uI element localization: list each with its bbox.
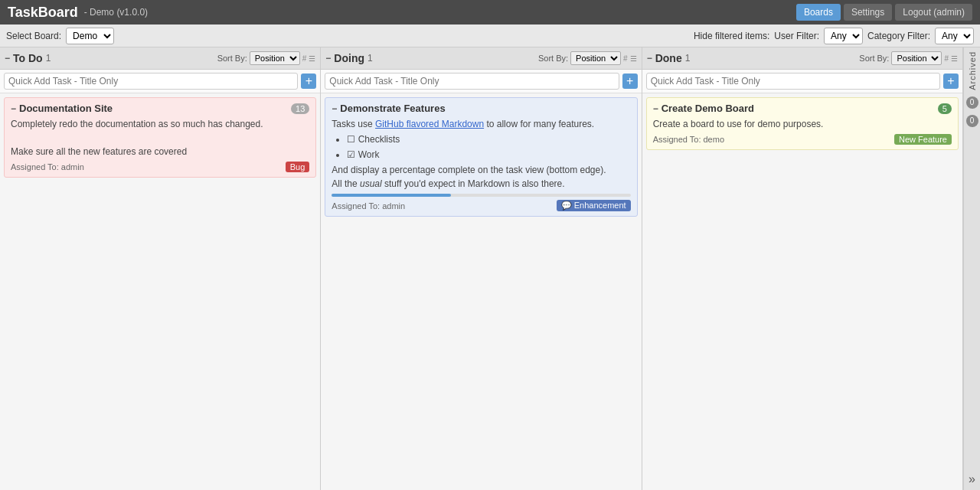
category-filter-select[interactable]: Any	[935, 28, 974, 44]
card-create-demo: − Create Demo Board 5 Create a board to …	[646, 97, 959, 150]
quick-add-todo: +	[0, 70, 320, 93]
user-filter-select[interactable]: Any	[824, 28, 863, 44]
quick-add-doing: +	[321, 70, 641, 93]
card-body-doc: Completely redo the documentation as so …	[11, 117, 309, 158]
settings-icon-todo[interactable]: ☰	[309, 54, 315, 63]
archived-label[interactable]: Archived	[968, 51, 977, 90]
settings-icon-done[interactable]: ☰	[951, 54, 958, 63]
column-title-done: − Done 1	[647, 52, 857, 64]
card-assigned-doc: Assigned To: admin	[11, 162, 84, 172]
card-tag-create: New Feature	[894, 134, 952, 145]
card-body-intro: Tasks use GitHub flavored Markdown to al…	[332, 117, 630, 131]
board-area: − To Do 1 Sort By: Position # ☰ +	[0, 47, 980, 490]
quick-add-btn-doing[interactable]: +	[622, 74, 638, 89]
expand-sidebar-icon[interactable]: »	[969, 472, 975, 486]
card-body-create: Create a board to use for demo purposes.	[653, 117, 952, 131]
card-footer-demo: Assigned To: admin 💬 Enhancement	[332, 200, 630, 211]
markdown-text: All the usual stuff you'd expect in Mark…	[332, 177, 630, 191]
select-board-label: Select Board:	[6, 31, 61, 41]
quick-add-btn-todo[interactable]: +	[301, 74, 316, 89]
hash-icon-doing[interactable]: #	[623, 54, 628, 63]
card-assigned-create: Assigned To: demo	[653, 135, 724, 144]
columns-wrapper: − To Do 1 Sort By: Position # ☰ +	[0, 47, 963, 490]
collapse-done-icon[interactable]: −	[647, 53, 652, 64]
column-doing: − Doing 1 Sort By: Position # ☰ +	[321, 47, 642, 490]
card-footer-create: Assigned To: demo New Feature	[653, 134, 952, 145]
card-title-demo: − Demonstrate Features	[332, 103, 445, 114]
work-item: ☑ Work	[347, 148, 630, 162]
github-markdown-link[interactable]: GitHub flavored Markdown	[375, 119, 484, 129]
progress-bar	[332, 194, 451, 197]
quick-add-input-done[interactable]	[646, 73, 940, 90]
card-title-doc: − Documentation Site	[11, 103, 113, 114]
column-title-todo: − To Do 1	[5, 52, 214, 64]
card-body-demo: Tasks use GitHub flavored Markdown to al…	[332, 117, 630, 191]
hash-icon-todo[interactable]: #	[302, 54, 307, 63]
card-title-row-doc: − Documentation Site 13	[11, 103, 309, 114]
quick-add-done: +	[642, 70, 962, 93]
quick-add-btn-done[interactable]: +	[943, 74, 959, 89]
column-title-doing: − Doing 1	[325, 52, 535, 64]
quick-add-input-todo[interactable]	[4, 73, 298, 90]
app-subtitle: - Demo (v1.0.0)	[84, 7, 148, 18]
quick-add-input-doing[interactable]	[325, 73, 619, 90]
archived-count-2: 0	[966, 115, 978, 127]
card-tag-doc: Bug	[286, 162, 310, 172]
display-text: And display a percentage complete on the…	[332, 163, 630, 177]
category-filter-label: Category Filter:	[867, 31, 930, 41]
checklist-item: ☐ Checklists	[347, 132, 630, 146]
column-body-doing: − Demonstrate Features Tasks use GitHub …	[321, 93, 641, 490]
sort-area-done: Sort By: Position # ☰	[859, 51, 958, 65]
collapse-card-demo-icon[interactable]: −	[332, 103, 337, 114]
header: TaskBoard - Demo (v1.0.0) Boards Setting…	[0, 0, 980, 24]
board-select[interactable]: Demo	[66, 28, 114, 44]
sort-area-doing: Sort By: Position # ☰	[538, 51, 637, 65]
sort-select-doing[interactable]: Position	[570, 51, 621, 65]
column-header-done: − Done 1 Sort By: Position # ☰	[642, 47, 962, 70]
card-title-row-create: − Create Demo Board 5	[653, 103, 952, 114]
card-doc-site: − Documentation Site 13 Completely redo …	[4, 97, 316, 178]
card-num-doc: 13	[291, 103, 309, 114]
card-body-line2: Make sure all the new features are cover…	[11, 145, 309, 158]
hide-filtered-label: Hide filtered items:	[694, 31, 769, 41]
toolbar-left: Select Board: Demo	[6, 28, 114, 44]
column-header-todo: − To Do 1 Sort By: Position # ☰	[0, 47, 320, 70]
card-num-create: 5	[938, 103, 952, 114]
archived-sidebar: Archived 0 0 »	[963, 47, 980, 490]
card-assigned-demo: Assigned To: admin	[332, 201, 405, 211]
card-demo-features: − Demonstrate Features Tasks use GitHub …	[325, 97, 637, 217]
collapse-card-create-icon[interactable]: −	[653, 103, 658, 114]
checklist: ☐ Checklists ☑ Work	[332, 132, 630, 162]
card-title-create: − Create Demo Board	[653, 103, 754, 114]
toolbar-right: Hide filtered items: User Filter: Any Ca…	[694, 28, 974, 44]
logout-button[interactable]: Logout (admin)	[895, 4, 972, 21]
boards-button[interactable]: Boards	[796, 4, 841, 21]
header-right: Boards Settings Logout (admin)	[796, 4, 972, 21]
sort-select-done[interactable]: Position	[891, 51, 942, 65]
column-done: − Done 1 Sort By: Position # ☰ +	[642, 47, 963, 490]
progress-bar-container	[332, 194, 630, 197]
collapse-card-doc-icon[interactable]: −	[11, 103, 16, 114]
user-filter-label: User Filter:	[774, 31, 819, 41]
hash-icon-done[interactable]: #	[944, 54, 949, 63]
column-todo: − To Do 1 Sort By: Position # ☰ +	[0, 47, 321, 490]
card-footer-doc: Assigned To: admin Bug	[11, 162, 309, 172]
collapse-todo-icon[interactable]: −	[5, 53, 10, 64]
settings-button[interactable]: Settings	[844, 4, 892, 21]
card-title-row-demo: − Demonstrate Features	[332, 103, 630, 114]
column-header-doing: − Doing 1 Sort By: Position # ☰	[321, 47, 641, 70]
collapse-doing-icon[interactable]: −	[325, 53, 331, 64]
settings-icon-doing[interactable]: ☰	[630, 54, 637, 63]
header-left: TaskBoard - Demo (v1.0.0)	[8, 5, 148, 21]
toolbar: Select Board: Demo Hide filtered items: …	[0, 24, 980, 47]
card-tag-demo: 💬 Enhancement	[557, 200, 631, 211]
app-title: TaskBoard	[8, 5, 78, 21]
archived-count-1: 0	[966, 96, 978, 109]
column-body-done: − Create Demo Board 5 Create a board to …	[642, 93, 962, 490]
sort-select-todo[interactable]: Position	[250, 51, 300, 65]
sort-area-todo: Sort By: Position # ☰	[217, 51, 316, 65]
card-body-spacer	[11, 131, 309, 145]
card-body-line1: Completely redo the documentation as so …	[11, 117, 309, 131]
column-body-todo: − Documentation Site 13 Completely redo …	[0, 93, 320, 490]
